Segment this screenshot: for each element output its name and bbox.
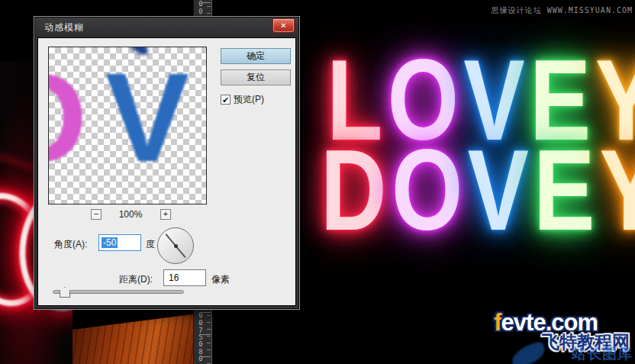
dialog-title: 动感模糊	[44, 21, 84, 34]
close-icon: ✕	[280, 21, 286, 30]
neon-letter: V	[468, 126, 533, 254]
overlay-watermark: 站长图库	[572, 344, 633, 364]
preview-checkbox-label: 预览(P)	[234, 93, 264, 106]
ruler-digit: 0	[197, 341, 205, 348]
fevte-f-letter: f	[494, 309, 501, 336]
close-button[interactable]: ✕	[272, 18, 295, 33]
photoshop-canvas: LOVEY DOVEY 0 0 0 0 7 5 0 8 0 思缘设计论坛 WWW…	[0, 0, 635, 364]
distance-unit-label: 像素	[211, 273, 230, 286]
checkmark-icon: ✔	[222, 95, 229, 105]
angle-dial-center-dot	[174, 244, 178, 248]
preview-checkbox[interactable]: ✔	[221, 95, 230, 105]
zoom-in-button[interactable]: +	[160, 209, 171, 220]
distance-label: 距离(D):	[119, 273, 153, 286]
preview-letter-v: V	[105, 55, 189, 181]
distance-slider[interactable]	[53, 290, 184, 294]
neon-letter: E	[533, 126, 599, 254]
ruler-digit: 0	[197, 356, 205, 362]
motion-blur-dialog: 动感模糊 ✕ O V − 100% + 确定 复位 ✔ 预览(P) 角度(A	[34, 17, 299, 309]
zoom-level: 100%	[111, 209, 150, 220]
dove-icon	[508, 340, 547, 364]
neon-letter: D	[321, 126, 392, 254]
ruler-digit: 0	[197, 1, 205, 8]
reset-button[interactable]: 复位	[221, 69, 291, 85]
angle-label: 角度(A):	[54, 238, 87, 251]
neon-letter: Y	[600, 126, 635, 254]
neon-letter: O	[392, 126, 468, 254]
filter-preview[interactable]: O V	[48, 47, 207, 205]
ruler-digit: 0	[197, 320, 205, 327]
preview-letter-o: O	[48, 55, 87, 181]
angle-unit-label: 度	[146, 238, 155, 251]
dialog-content: O V − 100% + 确定 复位 ✔ 预览(P) 角度(A): -50 度	[37, 37, 296, 306]
background-photo-wood-table	[73, 312, 193, 364]
angle-value-selected: -50	[102, 237, 118, 248]
ok-button[interactable]: 确定	[221, 48, 291, 64]
angle-dial[interactable]	[157, 227, 194, 264]
ruler-digit: 0	[197, 8, 205, 15]
dialog-titlebar[interactable]: 动感模糊 ✕	[35, 18, 298, 37]
forum-watermark: 思缘设计论坛 WWW.MISSYUAN.COM	[492, 5, 633, 16]
neon-headline: LOVEY DOVEY	[321, 55, 635, 235]
preview-checkbox-row: ✔ 预览(P)	[221, 93, 264, 106]
neon-row-2: DOVEY	[321, 145, 635, 235]
angle-input[interactable]: -50	[98, 234, 141, 251]
ruler-digit: 0	[197, 312, 205, 319]
fevte-logo: fevte.com 飞特教程网 站长图库	[489, 309, 634, 364]
distance-slider-thumb[interactable]	[60, 287, 70, 298]
distance-input[interactable]: 16	[163, 269, 206, 286]
zoom-out-button[interactable]: −	[91, 209, 102, 220]
